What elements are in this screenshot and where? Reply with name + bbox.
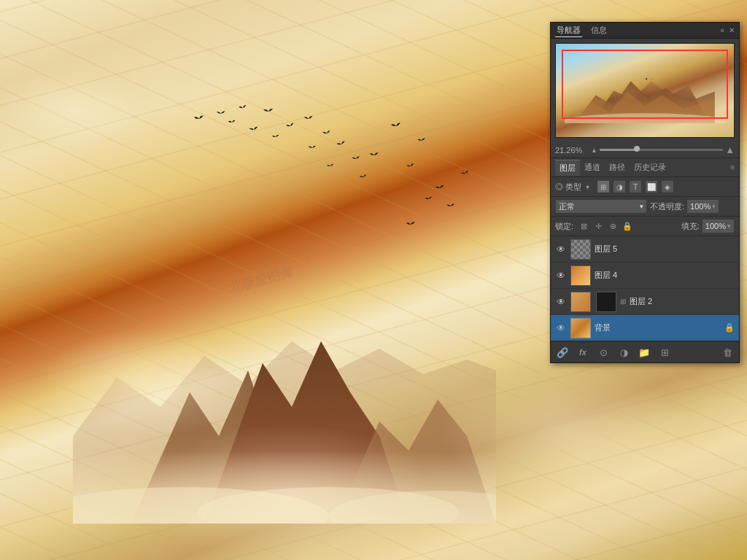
nav-preview-image: ✦ · · ·: [556, 44, 734, 137]
layer-5-name: 图层 5: [595, 244, 735, 254]
new-group-button[interactable]: 📁: [637, 345, 651, 359]
bird-13: [325, 160, 336, 171]
layers-list: 👁 图层 5 👁 图层 4 👁 ⊞ 图层 2 👁 背景 🔒: [551, 236, 739, 341]
kind-label: ◎ 类型: [555, 182, 581, 192]
bird-5: [261, 104, 275, 118]
layer-2-visibility[interactable]: 👁: [555, 296, 567, 308]
new-layer-button[interactable]: ⊞: [657, 345, 672, 359]
layer-item-4[interactable]: 👁 图层 4: [551, 262, 739, 289]
bird-18: [404, 160, 417, 172]
fill-section: 填充: 100% ▾: [681, 219, 735, 233]
bird-2: [236, 101, 249, 114]
ps-panel: 导航器 信息 « ✕ ✦ · ·: [550, 22, 740, 363]
layer-item-5[interactable]: 👁 图层 5: [551, 236, 739, 262]
fill-value[interactable]: 100% ▾: [702, 219, 735, 233]
bird-14: [368, 149, 381, 162]
layer-5-visibility[interactable]: 👁: [555, 244, 567, 255]
lock-label: 锁定:: [555, 221, 573, 232]
tab-navigator[interactable]: 导航器: [555, 24, 582, 37]
opacity-label: 不透明度:: [650, 201, 684, 212]
kind-type-icon[interactable]: T: [629, 180, 642, 193]
layer-2-thumbnail: [570, 292, 591, 312]
layer-mask-link: ⊞: [620, 298, 626, 306]
bird-11: [334, 137, 349, 152]
blend-mode-value: 正常: [559, 201, 575, 212]
tab-paths[interactable]: 路径: [605, 160, 630, 175]
kind-shape-icon[interactable]: ⬜: [645, 180, 658, 193]
tab-info[interactable]: 信息: [589, 24, 608, 37]
blend-arrow: ▾: [640, 203, 643, 210]
blend-mode-select[interactable]: 正常 ▾: [555, 199, 647, 214]
tab-history[interactable]: 历史记录: [630, 160, 670, 175]
bird-6: [284, 120, 297, 133]
navigator-preview[interactable]: ✦ · · ·: [555, 43, 735, 138]
layers-bottom-toolbar: 🔗 fx ⊙ ◑ 📁 ⊞ 🗑: [551, 341, 739, 362]
layer-item-bg[interactable]: 👁 背景 🔒: [551, 315, 739, 341]
tab-channels[interactable]: 通道: [580, 160, 605, 175]
bird-15: [357, 171, 370, 184]
tab-layers[interactable]: 图层: [555, 160, 580, 176]
kind-pixel-icon[interactable]: ⊞: [597, 180, 610, 193]
lock-pixels-icon[interactable]: ⊠: [578, 220, 589, 232]
layer-2-name: 图层 2: [630, 296, 735, 307]
adjustment-button[interactable]: ◑: [616, 345, 631, 359]
layer-5-thumbnail: [570, 239, 591, 260]
zoom-in-icon[interactable]: ▲: [725, 144, 735, 155]
layers-menu-btn[interactable]: ≡: [730, 163, 735, 171]
add-mask-button[interactable]: ⊙: [596, 345, 611, 359]
cloud-4: [0, 73, 146, 146]
zoom-percent: 21.26%: [555, 146, 588, 155]
bird-3: [226, 117, 237, 128]
kind-arrow: ▾: [586, 183, 589, 191]
lock-row: 锁定: ⊠ ✛ ⊕ 🔒 填充: 100% ▾: [551, 217, 739, 236]
bird-0: [192, 112, 206, 126]
bird-12: [350, 153, 362, 165]
layers-header-tabs: 图层 通道 路径 历史记录 ≡: [551, 158, 739, 177]
bg-name: 背景: [595, 322, 721, 333]
delete-layer-button[interactable]: 🗑: [720, 345, 735, 359]
fill-label: 填充:: [681, 221, 700, 232]
bg-visibility[interactable]: 👁: [555, 322, 567, 334]
bird-19: [433, 182, 447, 195]
bird-8: [302, 112, 315, 125]
layer-4-name: 图层 4: [595, 270, 735, 281]
fx-button[interactable]: fx: [576, 345, 590, 359]
collapse-button[interactable]: «: [720, 27, 724, 34]
fill-arrow: ▾: [727, 222, 731, 230]
link-layers-button[interactable]: 🔗: [555, 345, 570, 359]
close-button[interactable]: ✕: [729, 27, 735, 34]
nav-mountain: [565, 67, 725, 123]
bird-17: [416, 135, 427, 147]
lock-artboard-icon[interactable]: ⊕: [607, 220, 619, 232]
zoom-bar: 21.26% ▲ ▲: [551, 142, 739, 158]
bird-22: [404, 218, 417, 231]
bird-20: [445, 201, 457, 212]
layer-4-thumbnail: [570, 265, 591, 286]
mountain-illustration: [73, 246, 496, 524]
kind-smart-icon[interactable]: ◈: [661, 180, 674, 193]
layer-4-visibility[interactable]: 👁: [555, 270, 567, 281]
panel-titlebar: 导航器 信息 « ✕: [551, 23, 739, 39]
zoom-slider-container: ▲ ▲: [591, 144, 735, 155]
kind-adjust-icon[interactable]: ◑: [613, 180, 626, 193]
lock-icons: ⊠ ✛ ⊕ 🔒: [578, 220, 633, 232]
panel-tabs: 导航器 信息: [555, 24, 608, 37]
layer-item-2[interactable]: 👁 ⊞ 图层 2: [551, 289, 739, 315]
opacity-arrow: ▾: [712, 203, 716, 210]
blend-opacity-row: 正常 ▾ 不透明度: 100% ▾: [551, 197, 739, 217]
lock-position-icon[interactable]: ✛: [592, 220, 604, 232]
bird-21: [423, 193, 435, 205]
zoom-out-icon[interactable]: ▲: [591, 147, 597, 154]
panel-controls: « ✕: [720, 27, 735, 34]
layer-2-mask: [596, 292, 616, 312]
opacity-value[interactable]: 100% ▾: [686, 199, 719, 214]
zoom-slider[interactable]: [600, 149, 723, 151]
fill-number: 100%: [705, 222, 726, 230]
lock-all-icon[interactable]: 🔒: [622, 220, 633, 232]
opacity-number: 100%: [690, 202, 711, 211]
zoom-thumb[interactable]: [634, 146, 640, 152]
bird-4: [247, 123, 261, 137]
bird-23: [459, 167, 472, 180]
zoom-track: [600, 149, 637, 151]
opacity-row: 不透明度: 100% ▾: [650, 199, 735, 214]
